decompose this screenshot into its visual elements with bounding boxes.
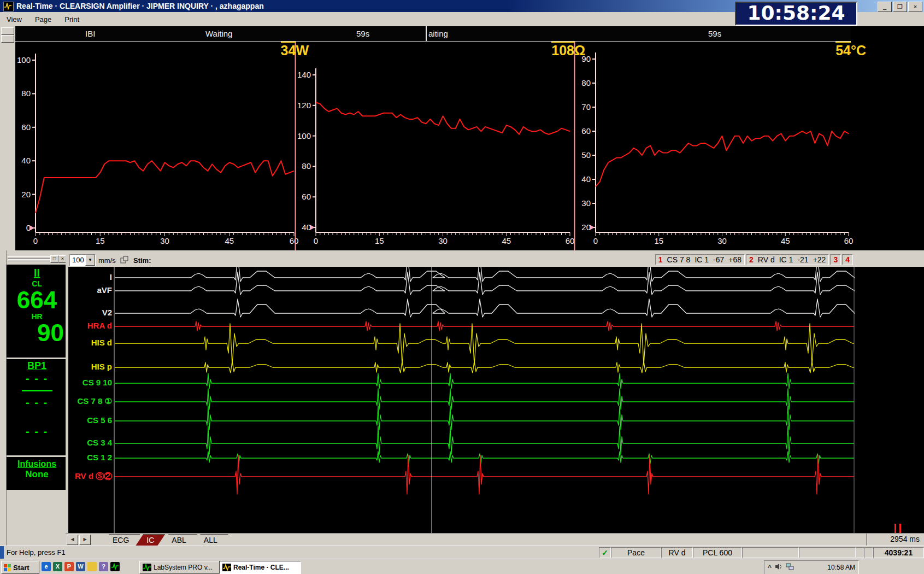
svg-text:30: 30 <box>438 236 448 245</box>
tray-expand-icon[interactable]: ^ <box>768 564 772 571</box>
app-icon <box>3 2 14 11</box>
bp-value-row: - - - <box>7 425 67 438</box>
ablation-charts-panel: IBI Waiting 59s aiting 59s 0204060801000… <box>15 26 924 250</box>
bp-label: BP1 <box>7 360 67 372</box>
infusions-label: Infusions <box>7 459 67 469</box>
svg-text:120: 120 <box>297 101 311 110</box>
procedure-timer: 4039:21 <box>873 547 924 558</box>
tab-scroll-right-button[interactable]: ▶ <box>79 535 91 545</box>
viewer-toolbar: 100 ▼ mm/s Stim: 1CS 7 8IC 1-67+682RV dI… <box>66 253 924 267</box>
taskbar: Start eXPW? LabSystem PRO v...Real-Time … <box>0 559 924 574</box>
channel-box-1[interactable]: 1CS 7 8IC 1-67+68 <box>655 254 745 265</box>
svg-text:60: 60 <box>566 236 575 245</box>
word-icon[interactable]: W <box>76 562 85 571</box>
stim-enabled-checkbox[interactable]: ✓ <box>599 547 611 558</box>
labsystem-icon <box>143 564 151 571</box>
lead-label: II <box>7 267 67 279</box>
status-help-text: For Help, press F1 <box>7 548 66 557</box>
heart-rate-value: 90 <box>7 321 67 345</box>
help-icon[interactable]: ? <box>99 562 108 571</box>
svg-text:70: 70 <box>581 102 591 112</box>
stim-label: Stim: <box>133 256 151 265</box>
window-controls: _ ❐ × <box>878 2 922 12</box>
menu-view[interactable]: View <box>0 13 28 26</box>
cycle-length-value: 664 <box>7 288 67 312</box>
status-blank-1 <box>742 547 799 558</box>
ablation-charts-canvas: 0204060801000153045604060801001201400153… <box>15 26 924 250</box>
excel-icon[interactable]: X <box>53 562 62 571</box>
bp-value-row <box>22 390 52 391</box>
rhythm-section: II CL 664 HR 90 <box>7 265 67 358</box>
signal-viewer: 100 ▼ mm/s Stim: 1CS 7 8IC 1-67+682RV dI… <box>66 250 924 546</box>
temperature-value: 54°C <box>835 43 866 58</box>
bp-value-row: - - - <box>7 396 67 409</box>
realtime-clock: 10:58:24 <box>735 2 857 26</box>
network-icon[interactable] <box>786 563 794 572</box>
minimize-button[interactable]: _ <box>878 2 892 12</box>
svg-text:60: 60 <box>302 192 311 201</box>
close-button[interactable]: × <box>908 2 922 12</box>
tray-clock: 10:58 AM <box>827 564 855 571</box>
labsystem-icon[interactable] <box>110 562 120 571</box>
mapping-channel-boxes: 1CS 7 8IC 1-67+682RV dIC 1-21+2234 <box>655 254 853 265</box>
application-window: Real-Time · CLEARSIGN Amplifier · JIPMER… <box>0 0 924 574</box>
svg-text:15: 15 <box>375 236 384 245</box>
status-blank-3 <box>856 547 864 558</box>
svg-text:30: 30 <box>717 236 727 245</box>
vitals-dock-rail[interactable] <box>0 250 7 547</box>
taskbar-button-2[interactable]: Real-Time · CLE... <box>219 561 301 574</box>
speed-unit-label: mm/s <box>98 256 116 265</box>
powerpoint-icon[interactable]: P <box>64 562 74 571</box>
dock-grip[interactable] <box>1 27 14 35</box>
pace-status: Pace <box>611 547 661 558</box>
svg-text:80: 80 <box>581 78 591 87</box>
menu-page[interactable]: Page <box>28 13 58 26</box>
status-accent <box>0 546 4 559</box>
sweep-speed-select[interactable]: 100 ▼ <box>69 254 96 266</box>
volume-icon[interactable] <box>775 563 782 572</box>
svg-text:80: 80 <box>302 161 311 171</box>
tab-abl[interactable]: ABL <box>161 534 197 546</box>
status-blank-4 <box>864 547 873 558</box>
viewer-tab-strip: ◀ ▶ ECGICABLALL 2954 ms <box>66 533 924 546</box>
windows-logo-icon <box>4 564 11 571</box>
svg-text:30: 30 <box>160 236 169 245</box>
tab-all[interactable]: ALL <box>193 534 228 546</box>
status-bar: For Help, press F1 ✓ Pace RV d PCL 600 4… <box>0 546 924 559</box>
svg-text:40: 40 <box>581 174 591 184</box>
channel-box-3[interactable]: 3 <box>830 254 841 265</box>
tab-ecg[interactable]: ECG <box>102 534 140 546</box>
svg-text:45: 45 <box>502 236 511 245</box>
menu-print[interactable]: Print <box>58 13 86 26</box>
svg-text:40: 40 <box>21 156 31 165</box>
folder-icon[interactable] <box>87 562 97 571</box>
svg-text:0: 0 <box>314 236 318 245</box>
grid-toggle-icon[interactable] <box>120 256 128 266</box>
internet-explorer-icon[interactable]: e <box>42 562 51 571</box>
svg-text:20: 20 <box>581 222 591 232</box>
svg-text:30: 30 <box>581 198 591 208</box>
restore-button[interactable]: ❐ <box>893 2 907 12</box>
svg-text:140: 140 <box>297 70 311 79</box>
infusions-value: None <box>7 469 67 480</box>
channel-box-4[interactable]: 4 <box>842 254 853 265</box>
infusions-section: Infusions None <box>7 457 67 490</box>
taskbar-button-1[interactable]: LabSystem PRO v... <box>139 561 221 574</box>
svg-text:40: 40 <box>302 222 311 232</box>
divider <box>866 534 868 546</box>
start-button[interactable]: Start <box>1 561 39 574</box>
dock-grip[interactable] <box>1 35 14 43</box>
tab-scroll-left-button[interactable]: ◀ <box>67 535 78 545</box>
bp-value-row: - - - <box>7 372 67 385</box>
vitals-restore-button[interactable]: □ <box>50 255 58 263</box>
svg-text:0: 0 <box>593 236 598 245</box>
trace-canvas[interactable]: IaVFV2HRA dHIS dHIS pCS 9 10CS 7 8 ①CS 5… <box>68 267 924 533</box>
svg-text:100: 100 <box>297 131 311 140</box>
chevron-down-icon[interactable]: ▼ <box>85 255 95 266</box>
system-tray: ^ 10:58 AM <box>764 560 859 574</box>
charts-dock-rail <box>0 26 16 250</box>
vitals-title-bar[interactable]: □ × <box>7 255 67 263</box>
labsystem-icon <box>222 564 231 571</box>
tab-ic[interactable]: IC <box>136 534 165 546</box>
channel-box-2[interactable]: 2RV dIC 1-21+22 <box>746 254 829 265</box>
